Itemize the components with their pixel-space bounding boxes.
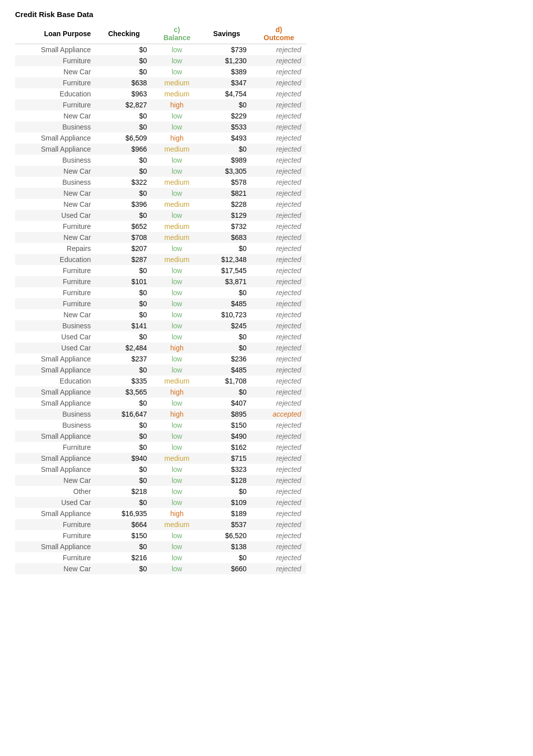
cell-checking: $0 [96, 431, 152, 442]
table-row: Furniture$652medium$732rejected [15, 221, 306, 232]
cell-outcome: rejected [251, 243, 306, 254]
cell-savings: $660 [202, 563, 251, 574]
table-row: Small Appliance$0low$490rejected [15, 431, 306, 442]
table-row: Education$963medium$4,754rejected [15, 88, 306, 99]
cell-checking: $0 [96, 563, 152, 574]
table-row: New Car$0low$229rejected [15, 110, 306, 121]
cell-savings: $493 [202, 133, 251, 144]
table-row: Business$141low$245rejected [15, 320, 306, 331]
cell-balance: low [152, 331, 202, 342]
cell-checking: $0 [96, 55, 152, 66]
cell-checking: $0 [96, 188, 152, 199]
cell-checking: $0 [96, 166, 152, 177]
cell-outcome: rejected [251, 99, 306, 110]
cell-savings: $485 [202, 364, 251, 375]
cell-checking: $0 [96, 309, 152, 320]
cell-savings: $3,871 [202, 276, 251, 287]
cell-checking: $638 [96, 77, 152, 88]
table-row: Business$0low$533rejected [15, 121, 306, 133]
cell-balance: low [152, 265, 202, 276]
cell-savings: $347 [202, 77, 251, 88]
cell-outcome: rejected [251, 254, 306, 265]
table-row: Furniture$101low$3,871rejected [15, 276, 306, 287]
cell-balance: low [152, 276, 202, 287]
cell-balance: low [152, 110, 202, 121]
cell-outcome: rejected [251, 298, 306, 309]
cell-outcome: rejected [251, 552, 306, 563]
cell-outcome: rejected [251, 144, 306, 155]
cell-outcome: rejected [251, 398, 306, 409]
cell-loan-purpose: Furniture [15, 287, 96, 298]
cell-balance: high [152, 387, 202, 398]
table-row: Used Car$0low$129rejected [15, 210, 306, 221]
cell-balance: low [152, 431, 202, 442]
cell-savings: $245 [202, 320, 251, 331]
cell-checking: $0 [96, 121, 152, 133]
table-row: New Car$0low$660rejected [15, 563, 306, 574]
cell-checking: $16,935 [96, 508, 152, 519]
table-row: Furniture$664medium$537rejected [15, 519, 306, 530]
cell-loan-purpose: New Car [15, 188, 96, 199]
cell-checking: $6,509 [96, 133, 152, 144]
cell-savings: $407 [202, 398, 251, 409]
cell-savings: $732 [202, 221, 251, 232]
cell-balance: medium [152, 144, 202, 155]
cell-outcome: rejected [251, 133, 306, 144]
cell-outcome: rejected [251, 453, 306, 464]
cell-savings: $109 [202, 497, 251, 508]
cell-checking: $0 [96, 420, 152, 431]
cell-balance: medium [152, 221, 202, 232]
cell-savings: $490 [202, 431, 251, 442]
cell-loan-purpose: Used Car [15, 331, 96, 342]
cell-outcome: rejected [251, 464, 306, 475]
cell-balance: high [152, 342, 202, 353]
cell-balance: low [152, 155, 202, 166]
cell-loan-purpose: Business [15, 155, 96, 166]
cell-savings: $6,520 [202, 530, 251, 541]
cell-savings: $12,348 [202, 254, 251, 265]
cell-outcome: rejected [251, 44, 306, 56]
cell-checking: $322 [96, 177, 152, 188]
cell-checking: $940 [96, 453, 152, 464]
cell-savings: $229 [202, 110, 251, 121]
cell-outcome: rejected [251, 497, 306, 508]
cell-checking: $287 [96, 254, 152, 265]
cell-balance: low [152, 442, 202, 453]
col-header-loan-purpose: Loan Purpose [15, 24, 96, 44]
cell-savings: $128 [202, 475, 251, 486]
cell-balance: low [152, 353, 202, 364]
cell-loan-purpose: Small Appliance [15, 508, 96, 519]
cell-balance: low [152, 188, 202, 199]
cell-outcome: rejected [251, 232, 306, 243]
cell-loan-purpose: Used Car [15, 497, 96, 508]
cell-savings: $0 [202, 387, 251, 398]
table-row: Other$218low$0rejected [15, 486, 306, 497]
cell-outcome: rejected [251, 88, 306, 99]
cell-savings: $0 [202, 243, 251, 254]
cell-outcome: rejected [251, 320, 306, 331]
cell-checking: $966 [96, 144, 152, 155]
table-row: Small Appliance$237low$236rejected [15, 353, 306, 364]
table-row: New Car$0low$3,305rejected [15, 166, 306, 177]
cell-checking: $101 [96, 276, 152, 287]
cell-loan-purpose: New Car [15, 110, 96, 121]
cell-checking: $652 [96, 221, 152, 232]
cell-outcome: rejected [251, 420, 306, 431]
cell-savings: $537 [202, 519, 251, 530]
cell-loan-purpose: Used Car [15, 210, 96, 221]
cell-balance: low [152, 121, 202, 133]
cell-savings: $3,305 [202, 166, 251, 177]
cell-outcome: rejected [251, 353, 306, 364]
cell-loan-purpose: Furniture [15, 442, 96, 453]
cell-checking: $237 [96, 353, 152, 364]
cell-checking: $16,647 [96, 409, 152, 420]
cell-savings: $989 [202, 155, 251, 166]
cell-savings: $0 [202, 144, 251, 155]
cell-loan-purpose: New Car [15, 66, 96, 77]
cell-balance: medium [152, 177, 202, 188]
cell-balance: low [152, 210, 202, 221]
table-row: Furniture$0low$162rejected [15, 442, 306, 453]
cell-savings: $389 [202, 66, 251, 77]
cell-savings: $228 [202, 199, 251, 210]
table-row: Education$287medium$12,348rejected [15, 254, 306, 265]
